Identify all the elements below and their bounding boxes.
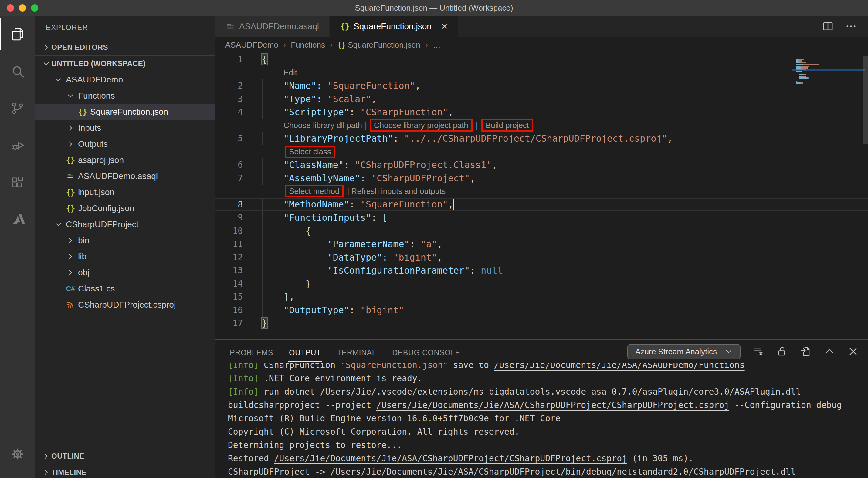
codelens-command[interactable]: Select class [285, 145, 335, 158]
more-actions-icon[interactable] [845, 20, 857, 32]
code-line-8[interactable]: 8"MethodName": "SquareFunction", [215, 198, 868, 211]
close-window-button[interactable] [7, 4, 14, 11]
code-line-11[interactable]: 11"ParameterName": "a", [215, 237, 868, 251]
window-title: SquareFunction.json — Untitled (Workspac… [355, 3, 513, 13]
editor-tab-squarefunction-json[interactable]: {}SquareFunction.json✕ [330, 16, 459, 37]
output-log[interactable]: [Info] CSharpFunction "SquareFunction.js… [215, 363, 868, 478]
open-output-in-editor-icon[interactable] [800, 346, 811, 357]
output-path-link[interactable]: /Users/Jie/Documents/Jie/ASA/CSharpUDFPr… [376, 400, 729, 410]
window-controls [7, 4, 38, 11]
sidebar-title: EXPLORER [35, 16, 215, 39]
panel-tabs: PROBLEMSOUTPUTTERMINALDEBUG CONSOLE [229, 342, 461, 362]
maximize-panel-icon[interactable] [824, 346, 835, 357]
tree-item-csharpudfproject[interactable]: CSharpUDFProject [35, 216, 215, 232]
activity-bar-item-search[interactable] [0, 53, 35, 90]
code-line-7[interactable]: 7"AssemblyName": "CSharpUDFProject", [215, 172, 868, 185]
json-file-icon: {} [65, 204, 75, 213]
codelens-command[interactable]: Choose library project path [370, 119, 472, 132]
tree-item-asaproj-json[interactable]: {}asaproj.json [35, 152, 215, 168]
tree-item-outputs[interactable]: Outputs [35, 136, 215, 152]
tree-item-input-json[interactable]: {}input.json [35, 184, 215, 200]
chevron-down-icon [65, 91, 75, 100]
workspace-root[interactable]: UNTITLED (WORKSPACE) [35, 56, 215, 72]
sidebar-section-outline[interactable]: OUTLINE [35, 448, 215, 464]
code-line-5[interactable]: 5"LibraryProjectPath": "../../CSharpUDFP… [215, 132, 868, 145]
open-editors-label: OPEN EDITORS [51, 43, 108, 52]
tree-item-asaudfdemo[interactable]: ASAUDFDemo [35, 72, 215, 88]
chevron-right-icon [65, 139, 75, 148]
line-number: 10 [215, 226, 255, 236]
codelens-command[interactable]: Choose library dll path [283, 121, 362, 130]
code-line-10[interactable]: 10{ [215, 225, 868, 238]
editor-tab-asaudfdemo-asaql[interactable]: ASAUDFDemo.asaql [215, 16, 330, 37]
unlock-icon[interactable] [776, 346, 788, 357]
tree-item-class1-cs[interactable]: C#Class1.cs [35, 280, 215, 297]
panel-tab-output[interactable]: OUTPUT [288, 342, 322, 362]
panel-tab-debug-console[interactable]: DEBUG CONSOLE [392, 342, 461, 362]
output-path-link[interactable]: /Users/Jie/Documents/Jie/ASA/CSharpUDFPr… [274, 453, 627, 464]
editor-actions [822, 16, 868, 37]
activity-bar-item-explorer[interactable] [0, 16, 35, 53]
tree-item-asaudfdemo-asaql[interactable]: ASAUDFDemo.asaql [35, 168, 215, 184]
output-channel-dropdown[interactable]: Azure Stream Analytics [627, 344, 741, 360]
zoom-window-button[interactable] [31, 4, 38, 11]
breadcrumb-item[interactable]: … [433, 40, 441, 50]
code-line-15[interactable]: 15], [215, 290, 868, 304]
code-line-1[interactable]: 1{ [215, 53, 868, 66]
breadcrumb-item[interactable]: {}SquareFunction.json [338, 40, 420, 50]
code-line-17[interactable]: 17} [215, 317, 868, 330]
open-editors-section[interactable]: OPEN EDITORS [35, 39, 215, 56]
code-line-9[interactable]: 9"FunctionInputs": [ [215, 211, 868, 225]
activity-bar-item-source-control[interactable] [0, 90, 35, 127]
output-line: Copyright (C) Microsoft Corporation. All… [228, 425, 868, 439]
panel-tab-terminal[interactable]: TERMINAL [336, 342, 377, 362]
editor-scrollbar[interactable] [863, 56, 868, 144]
clear-output-icon[interactable] [753, 346, 764, 357]
output-line: Restored /Users/Jie/Documents/Jie/ASA/CS… [228, 452, 868, 465]
tree-item-label: Class1.cs [78, 284, 115, 294]
code-line-16[interactable]: 16"OutputType": "bigint" [215, 304, 868, 317]
codelens-command[interactable]: Build project [482, 119, 533, 132]
tree-item-obj[interactable]: obj [35, 265, 215, 280]
line-number: 2 [215, 81, 255, 91]
codelens-command[interactable]: Edit [283, 68, 297, 77]
breadcrumb-item[interactable]: ASAUDFDemo [225, 40, 278, 50]
breadcrumb-item[interactable]: Functions [291, 40, 325, 50]
line-number: 16 [215, 305, 255, 315]
code-line-2[interactable]: 2"Name": "SquareFunction", [215, 79, 868, 93]
code-line-4[interactable]: 4"ScriptType": "CSharpFunction", [215, 106, 868, 119]
tree-item-bin[interactable]: bin [35, 232, 215, 248]
code-line-6[interactable]: 6"ClassName": "CSharpUDFProject.Class1", [215, 158, 868, 172]
tree-item-label: ASAUDFDemo.asaql [78, 171, 158, 181]
json-file-icon: {} [78, 107, 88, 116]
sidebar-section-timeline[interactable]: TIMELINE [35, 464, 215, 478]
tree-item-inputs[interactable]: Inputs [35, 120, 215, 136]
close-tab-icon[interactable]: ✕ [441, 22, 448, 31]
code-editor[interactable]: 1{Edit2"Name": "SquareFunction",3"Type":… [215, 53, 868, 339]
minimize-window-button[interactable] [19, 4, 26, 11]
minimap[interactable] [795, 57, 847, 97]
tree-item-jobconfig-json[interactable]: {}JobConfig.json [35, 200, 215, 216]
codelens-command[interactable]: Select method [285, 185, 344, 198]
tree-item-csharpudfproject-csproj[interactable]: CSharpUDFProject.csproj [35, 297, 215, 313]
activity-bar-item-extensions[interactable] [0, 164, 35, 201]
codelens-row: Select method | Refresh inputs and outpu… [215, 185, 868, 198]
tree-item-lib[interactable]: lib [35, 248, 215, 265]
output-path-link[interactable]: /Users/Jie/Documents/Jie/ASA/ASAUDFDemo/… [494, 363, 745, 370]
activity-bar-item-manage[interactable] [0, 436, 35, 473]
tree-item-functions[interactable]: Functions [35, 88, 215, 104]
split-editor-icon[interactable] [822, 20, 834, 32]
code-line-12[interactable]: 12"DataType": "bigint", [215, 251, 868, 264]
output-path-link[interactable]: /Users/Jie/Documents/Jie/ASA/CSharpUDFPr… [330, 467, 796, 477]
codelens-command[interactable]: Refresh inputs and outputs [351, 186, 446, 196]
code-line-3[interactable]: 3"Type": "Scalar", [215, 93, 868, 106]
close-panel-icon[interactable] [847, 346, 859, 357]
activity-bar-item-azure[interactable] [0, 201, 35, 238]
code-line-13[interactable]: 13"IsConfigurationParameter": null [215, 264, 868, 277]
chevron-right-icon [41, 43, 51, 51]
tree-item-label: CSharpUDFProject [66, 219, 139, 229]
tree-item-squarefunction-json[interactable]: {}SquareFunction.json [35, 104, 215, 120]
code-line-14[interactable]: 14} [215, 277, 868, 291]
activity-bar-item-run-debug[interactable] [0, 127, 35, 164]
panel-tab-problems[interactable]: PROBLEMS [229, 342, 274, 362]
